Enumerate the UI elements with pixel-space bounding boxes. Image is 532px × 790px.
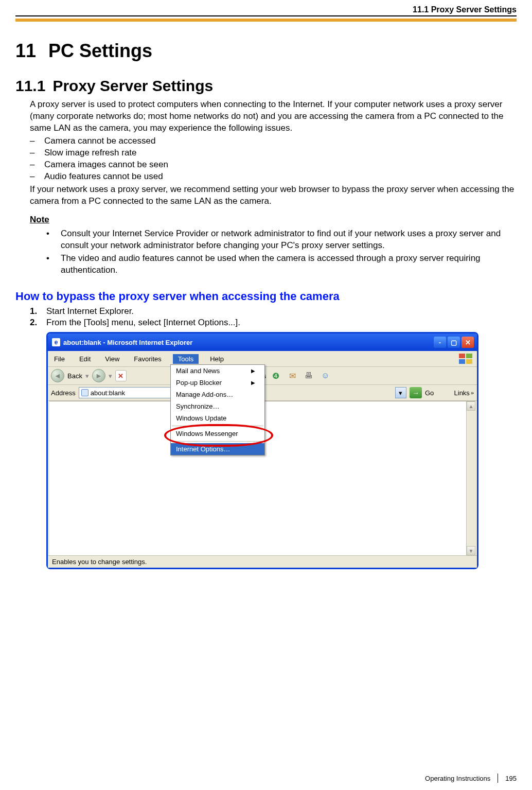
howto-heading: How to bypass the proxy server when acce… (15, 290, 517, 303)
titlebar[interactable]: e about:blank - Microsoft Internet Explo… (48, 333, 477, 351)
close-button[interactable]: ✕ (462, 337, 474, 348)
menu-tools[interactable]: Tools (173, 354, 199, 364)
go-button[interactable]: → (410, 387, 422, 398)
ie-icon: e (52, 338, 60, 346)
scroll-up-icon[interactable]: ▲ (467, 401, 475, 411)
go-label: Go (425, 389, 434, 397)
mi-internet-options[interactable]: Internet Options… (171, 443, 264, 455)
chapter-heading: 11PC Settings (15, 40, 517, 62)
back-button[interactable]: ◄ (51, 369, 64, 382)
forward-button[interactable]: ► (92, 369, 105, 382)
menu-file[interactable]: File (51, 354, 68, 364)
issues-list: –Camera cannot be accessed –Slow image r… (30, 135, 517, 183)
menu-edit[interactable]: Edit (76, 354, 94, 364)
note-heading: Note (30, 214, 517, 226)
status-bar: Enables you to change settings. (48, 555, 477, 568)
minimize-button[interactable]: - (434, 337, 446, 348)
messenger-icon[interactable]: ☺ (318, 369, 332, 382)
vertical-scrollbar[interactable]: ▲ ▼ (466, 401, 475, 555)
mi-popup-blocker[interactable]: Pop-up Blocker▶ (171, 377, 264, 389)
stop-button[interactable]: ✕ (115, 370, 127, 381)
print-icon[interactable]: 🖶 (302, 369, 315, 382)
menubar: File Edit View Favorites Tools Help Mail… (48, 351, 477, 367)
mail-icon[interactable]: ✉ (286, 369, 299, 382)
maximize-button[interactable]: ▢ (448, 337, 460, 348)
menu-separator (172, 426, 263, 426)
mi-mail-news[interactable]: Mail and News▶ (171, 365, 264, 377)
page-icon (81, 389, 88, 396)
menu-separator (172, 441, 263, 442)
scroll-down-icon[interactable]: ▼ (467, 546, 475, 555)
after-issues-paragraph: If your network uses a proxy server, we … (30, 184, 517, 207)
menu-help[interactable]: Help (207, 354, 227, 364)
tools-dropdown: Mail and News▶ Pop-up Blocker▶ Manage Ad… (170, 364, 265, 455)
back-label: Back (67, 372, 82, 380)
address-dropdown[interactable]: ▾ (395, 387, 406, 398)
mi-synchronize[interactable]: Synchronize… (171, 400, 264, 412)
mi-windows-messenger[interactable]: Windows Messenger (171, 428, 264, 440)
menu-view[interactable]: View (102, 354, 122, 364)
window-title: about:blank - Microsoft Internet Explore… (63, 339, 192, 346)
ie-window: e about:blank - Microsoft Internet Explo… (46, 332, 478, 569)
note-list: •Consult your Internet Service Provider … (46, 228, 517, 276)
windows-flag-icon (458, 353, 474, 364)
mi-windows-update[interactable]: Windows Update (171, 412, 264, 424)
intro-paragraph: A proxy server is used to protect comput… (30, 99, 517, 134)
steps-list: 1.Start Internet Explorer. 2.From the [T… (30, 306, 517, 328)
links-chevron-icon[interactable]: » (471, 390, 474, 396)
running-header: 11.1 Proxy Server Settings (15, 5, 517, 14)
links-label[interactable]: Links (454, 389, 470, 397)
section-heading: 11.1Proxy Server Settings (15, 77, 517, 95)
mi-manage-addons[interactable]: Manage Add-ons… (171, 389, 264, 400)
address-label: Address (51, 389, 76, 397)
history-icon[interactable]: ❹ (269, 369, 282, 382)
menu-favorites[interactable]: Favorites (131, 354, 164, 364)
page-footer: Operating Instructions 195 (425, 774, 517, 783)
rule-gold (15, 19, 517, 22)
